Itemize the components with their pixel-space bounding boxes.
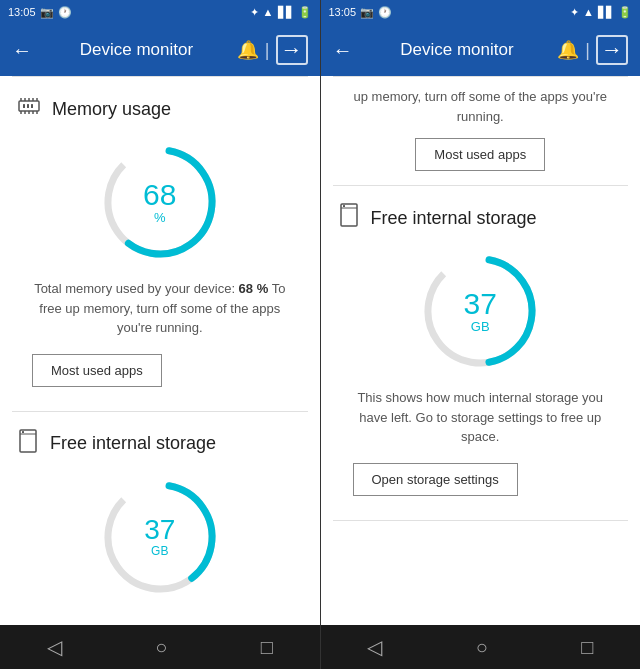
storage-section-left: Free internal storage 37 GB [0, 412, 320, 622]
status-bar-right: 13:05 📷 🕐 ✦ ▲ ▋▋ 🔋 [321, 0, 641, 24]
exit-icon-right[interactable]: → [596, 35, 628, 65]
storage-icon-left [16, 428, 40, 460]
svg-rect-16 [20, 430, 36, 452]
status-bar-left: 13:05 📷 🕐 ✦ ▲ ▋▋ 🔋 [0, 0, 320, 24]
camera-icon-right: 📷 [360, 6, 374, 19]
back-nav-left[interactable]: ◁ [31, 627, 78, 667]
camera-icon: 📷 [40, 6, 54, 19]
storage-icon-right [337, 202, 361, 234]
memory-section: Memory usage 68 % [0, 77, 320, 411]
memory-icon [16, 93, 42, 125]
wifi-icon: ▲ [263, 6, 274, 18]
storage-unit-right: GB [464, 319, 497, 334]
bottom-nav-right: ◁ ○ □ [321, 625, 641, 669]
recent-nav-right[interactable]: □ [565, 628, 609, 667]
bluetooth-icon-right: ✦ [570, 6, 579, 19]
memory-gauge: 68 % [16, 137, 304, 267]
bottom-nav-left: ◁ ○ □ [0, 625, 320, 669]
storage-section-right: Free internal storage 37 GB This shows [321, 186, 641, 520]
recent-nav-left[interactable]: □ [245, 628, 289, 667]
alarm-icon-right: 🕐 [378, 6, 392, 19]
storage-gauge-left-partial: 37 GB [16, 472, 304, 602]
time-left: 13:05 [8, 6, 36, 18]
home-nav-right[interactable]: ○ [460, 628, 504, 667]
svg-rect-21 [341, 204, 357, 226]
storage-title-right: Free internal storage [371, 208, 537, 229]
home-nav-left[interactable]: ○ [139, 628, 183, 667]
panel-left: 13:05 📷 🕐 ✦ ▲ ▋▋ 🔋 ← Device monitor 🔔 | … [0, 0, 320, 669]
svg-rect-2 [27, 104, 29, 108]
content-right: up memory, turn off some of the apps you… [321, 77, 641, 625]
memory-title: Memory usage [52, 99, 171, 120]
memory-description: Total memory used by your device: 68 % T… [16, 279, 304, 350]
storage-value-right: 37 [464, 289, 497, 319]
wifi-icon-right: ▲ [583, 6, 594, 18]
memory-value: 68 [143, 180, 176, 210]
signal-icon: ▋▋ [278, 6, 294, 19]
toolbar-right: ← Device monitor 🔔 | → [321, 24, 641, 76]
toolbar-title-right: Device monitor [365, 40, 550, 60]
time-right: 13:05 [329, 6, 357, 18]
bell-icon-left[interactable]: 🔔 [237, 39, 259, 61]
svg-rect-18 [22, 431, 24, 433]
signal-icon-right: ▋▋ [598, 6, 614, 19]
back-button-left[interactable]: ← [12, 39, 32, 62]
content-left: Memory usage 68 % [0, 77, 320, 625]
storage-description-right: This shows how much internal storage you… [337, 388, 625, 459]
svg-rect-23 [343, 205, 345, 207]
battery-icon-right: 🔋 [618, 6, 632, 19]
scrolled-memory-text: up memory, turn off some of the apps you… [321, 77, 641, 138]
exit-icon-left[interactable]: → [276, 35, 308, 65]
svg-rect-3 [31, 104, 33, 108]
bell-icon-right[interactable]: 🔔 [557, 39, 579, 61]
memory-unit: % [143, 210, 176, 225]
storage-unit-left: GB [144, 544, 175, 558]
alarm-icon: 🕐 [58, 6, 72, 19]
back-nav-right[interactable]: ◁ [351, 627, 398, 667]
storage-value-left: 37 [144, 516, 175, 544]
panel-right: 13:05 📷 🕐 ✦ ▲ ▋▋ 🔋 ← Device monitor 🔔 | … [321, 0, 641, 669]
storage-title-left: Free internal storage [50, 433, 216, 454]
toolbar-title-left: Device monitor [44, 40, 229, 60]
open-storage-settings-button[interactable]: Open storage settings [353, 463, 518, 496]
bluetooth-icon: ✦ [250, 6, 259, 19]
battery-icon: 🔋 [298, 6, 312, 19]
most-used-apps-button-left[interactable]: Most used apps [32, 354, 162, 387]
back-button-right[interactable]: ← [333, 39, 353, 62]
toolbar-left: ← Device monitor 🔔 | → [0, 24, 320, 76]
storage-gauge-right: 37 GB [337, 246, 625, 376]
most-used-apps-button-right[interactable]: Most used apps [415, 138, 545, 171]
svg-rect-1 [23, 104, 25, 108]
